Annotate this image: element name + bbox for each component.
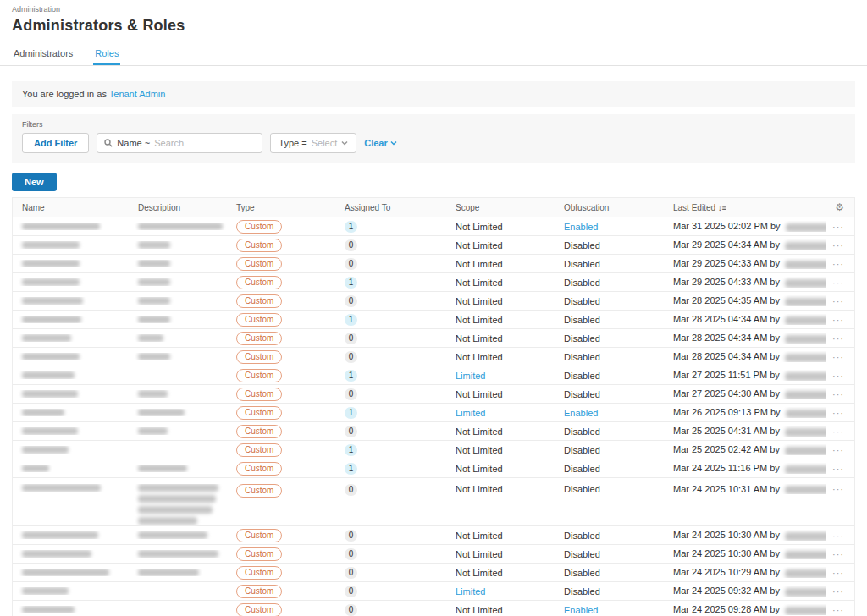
type-filter-select[interactable]: Type = Select xyxy=(270,133,356,153)
tab-administrators[interactable]: Administrators xyxy=(12,45,75,65)
obfuscation-value: Disabled xyxy=(557,315,666,325)
scope-value[interactable]: Limited xyxy=(449,408,557,418)
row-actions-menu-icon[interactable]: ··· xyxy=(832,259,844,269)
table-row[interactable]: Custom 1 Not Limited Disabled Mar 28 202… xyxy=(13,311,854,329)
row-actions-menu-icon[interactable]: ··· xyxy=(832,240,844,250)
row-actions-menu-icon[interactable]: ··· xyxy=(832,315,844,325)
row-actions-menu-icon[interactable]: ··· xyxy=(832,531,844,541)
assigned-count-badge[interactable]: 1 xyxy=(345,444,357,456)
tab-roles[interactable]: Roles xyxy=(93,45,120,65)
assigned-count-badge[interactable]: 1 xyxy=(345,370,357,382)
table-row[interactable]: Custom 0 Not Limited Disabled Mar 24 202… xyxy=(13,478,854,526)
row-actions-menu-icon[interactable]: ··· xyxy=(832,371,844,381)
column-header-obfuscation[interactable]: Obfuscation xyxy=(557,203,666,212)
clear-filters-button[interactable]: Clear xyxy=(364,138,397,148)
table-row[interactable]: Custom 0 Not Limited Enabled Mar 24 2025… xyxy=(13,601,854,616)
row-actions-menu-icon[interactable]: ··· xyxy=(832,426,844,437)
assigned-count-badge[interactable]: 0 xyxy=(345,484,357,496)
table-row[interactable]: Custom 0 Not Limited Disabled Mar 29 202… xyxy=(13,255,854,273)
role-description-redacted xyxy=(131,260,229,267)
assigned-count-badge[interactable]: 0 xyxy=(345,548,357,560)
obfuscation-value[interactable]: Enabled xyxy=(557,408,666,418)
add-filter-button[interactable]: Add Filter xyxy=(22,133,89,153)
table-row[interactable]: Custom 0 Not Limited Disabled Mar 28 202… xyxy=(13,348,854,366)
name-search-input[interactable]: Name ~ Search xyxy=(97,133,262,153)
assigned-count-badge[interactable]: 0 xyxy=(345,351,357,363)
row-actions-menu-icon[interactable]: ··· xyxy=(832,333,844,344)
editor-name-redacted xyxy=(785,588,826,597)
last-edited-value: Mar 24 2025 10:30 AM by xyxy=(666,548,826,558)
row-actions-menu-icon[interactable]: ··· xyxy=(832,605,844,615)
assigned-count-badge[interactable]: 1 xyxy=(345,277,357,289)
row-actions-menu-icon[interactable]: ··· xyxy=(832,222,844,232)
assigned-count-badge[interactable]: 0 xyxy=(345,333,357,344)
row-actions-menu-icon[interactable]: ··· xyxy=(832,296,844,306)
scope-value: Not Limited xyxy=(449,549,557,559)
assigned-count-badge[interactable]: 1 xyxy=(345,314,357,326)
column-header-description[interactable]: Description xyxy=(131,203,229,212)
obfuscation-value[interactable]: Enabled xyxy=(557,605,666,615)
row-actions-menu-icon[interactable]: ··· xyxy=(832,549,844,559)
row-actions-menu-icon[interactable]: ··· xyxy=(832,484,844,494)
assigned-count-badge[interactable]: 0 xyxy=(345,239,357,251)
description-redacted-line xyxy=(138,278,170,286)
table-row[interactable]: Custom 1 Limited Disabled Mar 27 2025 11… xyxy=(13,366,854,385)
assigned-count-badge[interactable]: 0 xyxy=(345,258,357,270)
assigned-count-badge[interactable]: 1 xyxy=(345,407,357,419)
table-row[interactable]: Custom 0 Not Limited Disabled Mar 24 202… xyxy=(13,564,854,582)
scope-value[interactable]: Limited xyxy=(449,371,557,381)
assigned-count-badge[interactable]: 0 xyxy=(345,530,357,542)
tenant-admin-link[interactable]: Tenant Admin xyxy=(109,89,166,99)
table-row[interactable]: Custom 0 Not Limited Disabled Mar 29 202… xyxy=(13,236,854,255)
assigned-count-badge[interactable]: 1 xyxy=(345,221,357,233)
table-row[interactable]: Custom 1 Not Limited Disabled Mar 24 202… xyxy=(13,459,854,478)
row-actions-menu-icon[interactable]: ··· xyxy=(832,408,844,418)
table-row[interactable]: Custom 1 Not Limited Disabled Mar 29 202… xyxy=(13,273,854,292)
column-settings-gear-icon[interactable]: ⚙ xyxy=(835,201,844,213)
assigned-count-badge[interactable]: 0 xyxy=(345,295,357,307)
assigned-count-badge[interactable]: 0 xyxy=(345,604,357,616)
row-actions-menu-icon[interactable]: ··· xyxy=(832,352,844,362)
type-badge: Custom xyxy=(236,547,282,561)
table-row[interactable]: Custom 0 Not Limited Disabled Mar 28 202… xyxy=(13,329,854,348)
row-actions-menu-icon[interactable]: ··· xyxy=(832,464,844,474)
last-edited-value: Mar 24 2025 10:30 AM by xyxy=(666,530,826,540)
new-role-button[interactable]: New xyxy=(12,173,57,191)
table-row[interactable]: Custom 1 Not Limited Disabled Mar 25 202… xyxy=(13,441,854,459)
table-row[interactable]: Custom 0 Limited Disabled Mar 24 2025 09… xyxy=(13,582,854,601)
row-actions-menu-icon[interactable]: ··· xyxy=(832,568,844,578)
table-row[interactable]: Custom 0 Not Limited Disabled Mar 28 202… xyxy=(13,292,854,311)
scope-value[interactable]: Limited xyxy=(449,586,557,597)
row-actions-menu-icon[interactable]: ··· xyxy=(832,445,844,455)
column-header-type[interactable]: Type xyxy=(229,203,338,212)
scope-value: Not Limited xyxy=(449,389,557,399)
last-edited-value: Mar 28 2025 04:35 AM by xyxy=(666,295,826,305)
column-header-assigned-to[interactable]: Assigned To xyxy=(338,203,449,212)
page-title: Administrators & Roles xyxy=(12,17,855,35)
assigned-count-badge[interactable]: 0 xyxy=(345,567,357,579)
assigned-count-badge[interactable]: 1 xyxy=(345,463,357,475)
table-row[interactable]: Custom 0 Not Limited Disabled Mar 25 202… xyxy=(13,422,854,441)
editor-name-redacted xyxy=(785,261,826,269)
last-edited-value: Mar 24 2025 10:31 AM by xyxy=(666,484,826,494)
row-actions-menu-icon[interactable]: ··· xyxy=(832,586,844,597)
role-description-redacted xyxy=(131,484,229,525)
assigned-count-badge[interactable]: 0 xyxy=(345,388,357,400)
editor-name-redacted xyxy=(785,486,826,494)
editor-name-redacted xyxy=(785,316,826,325)
table-row[interactable]: Custom 1 Limited Enabled Mar 26 2025 09:… xyxy=(13,404,854,422)
assigned-count-badge[interactable]: 0 xyxy=(345,586,357,597)
table-row[interactable]: Custom 1 Not Limited Enabled Mar 31 2025… xyxy=(13,217,854,236)
obfuscation-value[interactable]: Enabled xyxy=(557,222,666,232)
table-row[interactable]: Custom 0 Not Limited Disabled Mar 24 202… xyxy=(13,545,854,564)
description-redacted-line xyxy=(138,569,199,576)
description-redacted-line xyxy=(138,390,168,398)
row-actions-menu-icon[interactable]: ··· xyxy=(832,389,844,399)
table-row[interactable]: Custom 0 Not Limited Disabled Mar 27 202… xyxy=(13,385,854,404)
row-actions-menu-icon[interactable]: ··· xyxy=(832,278,844,288)
column-header-scope[interactable]: Scope xyxy=(449,203,557,212)
column-header-name[interactable]: Name xyxy=(13,203,131,212)
column-header-last-edited[interactable]: Last Edited↓≡ xyxy=(666,203,826,212)
assigned-count-badge[interactable]: 0 xyxy=(345,426,357,437)
table-row[interactable]: Custom 0 Not Limited Disabled Mar 24 202… xyxy=(13,526,854,545)
